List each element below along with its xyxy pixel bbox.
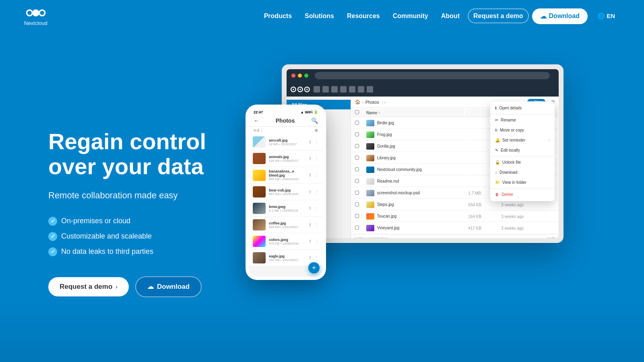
svg-point-1	[32, 9, 39, 16]
request-demo-button[interactable]: Request a demo ›	[48, 277, 129, 296]
share-icon[interactable]: ⇧	[308, 239, 312, 244]
ctx-menu-item-move-or-copy[interactable]: ⎘Move or copy	[490, 125, 555, 135]
feature-item: No data leaks to third parties	[48, 247, 242, 256]
open details-icon: ℹ	[495, 106, 497, 110]
phone-search-icon[interactable]: 🔍	[311, 117, 318, 124]
share-icon[interactable]: ⇧	[308, 255, 312, 261]
feature-item: On-premises or cloud	[48, 217, 242, 226]
phone-file-item[interactable]: bmw.jpeg 0.1 MB • 15/09/2018 ⇧ ⋮	[249, 200, 323, 217]
phone-back-button[interactable]: ←	[254, 117, 259, 124]
ctx-menu-item-open-details[interactable]: ℹOpen details	[490, 103, 555, 113]
phone-file-item[interactable]: colors.jpeg 475 KB • 14/08/2018 ⇧ ⋮	[249, 233, 323, 250]
more-icon[interactable]: ⋮	[314, 206, 319, 211]
table-row[interactable]: Steps.jpg 554 KB 3 weeks ago	[352, 200, 558, 210]
phone-file-item[interactable]: bear-cub.jpg 697 KB • 22/09/2022 ⇧ ⋮	[249, 184, 323, 200]
nav-link-request-demo[interactable]: Request a demo	[468, 8, 529, 23]
more-icon[interactable]: ⋮	[314, 222, 319, 228]
share-icon[interactable]: ⇧	[308, 222, 312, 228]
hero-title: Regain control over your data	[48, 129, 242, 179]
nav-link-community[interactable]: Community	[388, 9, 433, 23]
context-menu: ℹOpen details✏Rename⎘Move or copy🔔Set re…	[490, 101, 555, 201]
nav-download-button[interactable]: ☁ Download	[532, 8, 588, 24]
ctx-menu-item-edit-locally[interactable]: ✎Edit locally	[490, 145, 555, 155]
set reminder-icon: 🔔	[495, 138, 500, 142]
nav-link-about[interactable]: About	[436, 9, 464, 23]
svg-point-3	[27, 10, 31, 14]
share-icon[interactable]: ⇧	[308, 173, 312, 178]
more-icon[interactable]: ⋮	[314, 140, 319, 145]
lang-switcher[interactable]: 🌐 EN	[592, 9, 620, 23]
share-icon[interactable]: ⇧	[308, 206, 312, 211]
logo-text: Nextcloud	[24, 20, 47, 26]
phone-time: 22:47	[254, 110, 263, 114]
phone-file-item[interactable]: aircraft.jpg 92 KB • 15/12/2017 ⇧ ⋮	[249, 134, 323, 150]
feature-item: Customizable and scaleable	[48, 232, 242, 241]
phone-mockup: 22:47 ▲ WiFi 🔋 ← Photos 🔍 A-Z ↓ ⊞ aircra…	[246, 105, 326, 280]
hero-subtitle: Remote collaboration made easy	[48, 190, 242, 201]
cloud-download-icon: ☁	[147, 283, 154, 290]
more-icon[interactable]: ⋮	[314, 173, 319, 178]
ctx-menu-item-set-reminder[interactable]: 🔔Set reminder›	[490, 135, 555, 145]
check-icon	[48, 247, 57, 256]
ctx-menu-item-unlock-file[interactable]: 🔓Unlock file	[490, 157, 555, 167]
share-icon[interactable]: ⇧	[308, 140, 312, 145]
arrow-icon: ›	[116, 284, 118, 290]
edit locally-icon: ✎	[495, 148, 498, 152]
ctx-menu-item-rename[interactable]: ✏Rename	[490, 115, 555, 125]
phone-grid-icon[interactable]: ⊞	[315, 128, 318, 132]
check-icon	[48, 232, 57, 241]
nav-link-resources[interactable]: Resources	[342, 9, 385, 23]
more-icon[interactable]: ⋮	[314, 239, 319, 244]
download-hero-button[interactable]: ☁ Download	[135, 276, 202, 297]
download-icon: ↓	[495, 170, 497, 175]
more-icon[interactable]: ⋮	[314, 255, 319, 261]
rename-icon: ✏	[495, 118, 498, 122]
phone-fab-button[interactable]: +	[308, 262, 320, 274]
phone-file-item[interactable]: bananabrea...e bleed.jpg 565 KB • 20/04/…	[249, 167, 323, 184]
move or copy-icon: ⎘	[495, 128, 497, 132]
file-count: 10 files and 0 folders	[354, 237, 388, 238]
table-row[interactable]: Toucan.jpg 164 KB 3 weeks ago	[352, 211, 558, 222]
table-row[interactable]: Vineyard.jpg 417 KB 3 weeks ago	[352, 223, 558, 234]
ctx-menu-item-download[interactable]: ↓Download	[490, 167, 555, 177]
more-icon[interactable]: ⋮	[314, 189, 319, 195]
phone-sort-label[interactable]: A-Z ↓	[254, 128, 262, 132]
view in folder-icon: 📁	[495, 180, 500, 185]
phone-screen-title: Photos	[276, 117, 295, 124]
nav-link-solutions[interactable]: Solutions	[300, 9, 339, 23]
delete-icon: 🗑	[495, 192, 499, 197]
demo-button-label: Request a demo	[60, 283, 112, 291]
nav-link-products[interactable]: Products	[259, 9, 297, 23]
total-size: 7 MB	[547, 237, 555, 238]
share-icon[interactable]: ⇧	[308, 189, 312, 195]
devices-illustration: ⊙⊙⊙ All files Recent	[258, 48, 612, 362]
phone-file-item[interactable]: animals.jpg 120 KB • 22/09/2017 ⇧ ⋮	[249, 150, 323, 167]
more-icon[interactable]: ⋮	[314, 156, 319, 161]
svg-point-4	[40, 10, 44, 14]
ctx-menu-item-view-in-folder[interactable]: 📁View in folder	[490, 177, 555, 187]
ctx-menu-item-delete[interactable]: 🗑Delete	[490, 189, 555, 200]
share-icon[interactable]: ⇧	[308, 156, 312, 161]
phone-file-item[interactable]: coffee.jpg 364 KB • 15/12/2017 ⇧ ⋮	[249, 217, 323, 233]
check-icon	[48, 217, 57, 226]
logo[interactable]: Nextcloud	[24, 6, 47, 26]
phone-status-icons: ▲ WiFi 🔋	[300, 110, 318, 114]
download-hero-label: Download	[157, 283, 190, 291]
unlock file-icon: 🔓	[495, 160, 500, 165]
